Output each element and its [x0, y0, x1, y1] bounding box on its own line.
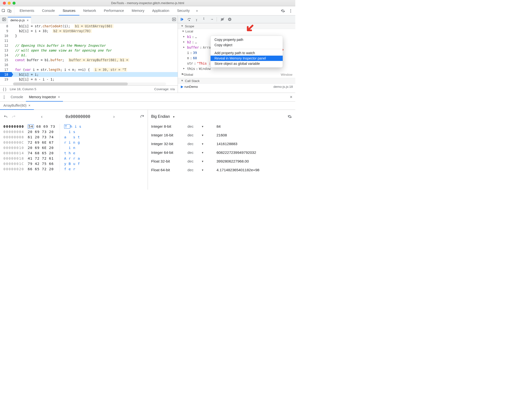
more-menu-icon[interactable]	[289, 9, 293, 13]
horizontal-scrollbar[interactable]	[13, 82, 166, 85]
svg-point-18	[228, 18, 231, 21]
source-file-tab[interactable]: demo-js.js ×	[8, 17, 31, 23]
memory-hex-grid[interactable]: 0000000054 68 69 73This0000000420 69 73 …	[3, 124, 144, 172]
drawer-tab-memory-inspector[interactable]: Memory Inspector ×	[26, 93, 63, 102]
history-back-icon[interactable]	[3, 114, 8, 119]
cursor-position: Line 18, Column 5	[10, 87, 36, 91]
step-over-icon[interactable]	[187, 17, 191, 22]
value-result: 84	[217, 124, 292, 129]
run-snippet-icon[interactable]	[172, 17, 176, 22]
scope-global-label[interactable]: Global	[184, 73, 193, 76]
drawer-tab-console[interactable]: Console	[8, 93, 26, 102]
tab-console[interactable]: Console	[38, 6, 59, 15]
svg-point-3	[290, 9, 291, 10]
history-forward-icon[interactable]	[12, 114, 16, 119]
close-window-button[interactable]	[3, 2, 6, 5]
ctx-add-watch[interactable]: Add property path to watch	[211, 50, 283, 56]
memory-hex-panel: ‹ 0x00000000 › 0000000054 68 69 73This00…	[0, 110, 148, 190]
close-icon[interactable]: ×	[58, 95, 60, 99]
tabs-overflow-button[interactable]: »	[194, 6, 200, 15]
drawer-more-icon[interactable]	[2, 95, 6, 99]
value-type-label: Integer 8-bit	[151, 124, 188, 129]
tab-application[interactable]: Application	[148, 6, 173, 15]
memory-inspector-tabs: ArrayBuffer(60) ×	[0, 102, 295, 110]
ctx-copy-object[interactable]: Copy object	[211, 42, 283, 48]
chevron-down-icon: ▾	[173, 115, 175, 119]
value-format-select[interactable]: dec▾	[188, 168, 217, 172]
code-line[interactable]: 9 b2[i] = i + 33; b2 = Uint8Array(70)	[0, 29, 178, 33]
refresh-icon[interactable]	[140, 114, 144, 119]
tab-network[interactable]: Network	[79, 6, 100, 15]
drawer-close-button[interactable]: ×	[287, 93, 295, 101]
prev-page-button[interactable]: ‹	[41, 114, 43, 119]
code-line[interactable]: 13 // will open the same view as for ope…	[0, 48, 178, 53]
code-line[interactable]: 19 b2[i] = n - i - 1;	[0, 77, 178, 82]
devtools-tabbar: Elements Console Sources Network Perform…	[0, 6, 295, 15]
settings-gear-icon[interactable]	[281, 9, 285, 13]
value-format-select[interactable]: dec▾	[188, 124, 217, 129]
step-icon[interactable]	[209, 17, 213, 22]
value-type-label: Float 32-bit	[151, 159, 188, 163]
window-title: DevTools - memory-inspector.glitch.me/de…	[0, 1, 295, 5]
value-type-label: Integer 64-bit	[151, 150, 188, 155]
endian-select[interactable]: Big Endian ▾	[151, 114, 175, 119]
code-editor[interactable]: 8 b1[i] = str.charCodeAt(i); b1 = Uint8A…	[0, 23, 178, 82]
code-line[interactable]: 8 b1[i] = str.charCodeAt(i); b1 = Uint8A…	[0, 24, 178, 29]
svg-marker-12	[182, 18, 184, 21]
tab-performance[interactable]: Performance	[100, 6, 128, 15]
ctx-store-global[interactable]: Store object as global variable	[211, 61, 283, 66]
value-type-label: Float 64-bit	[151, 168, 188, 172]
value-result: 4.171482365401182e+98	[217, 168, 292, 172]
value-format-select[interactable]: dec▾	[188, 159, 217, 163]
value-result: 21608	[217, 133, 292, 137]
step-into-icon[interactable]	[194, 17, 199, 22]
scope-section-header[interactable]: ▼Scope	[178, 23, 295, 29]
value-result: 3992806227968.00	[217, 159, 292, 163]
code-line[interactable]: 11	[0, 38, 178, 43]
value-format-select[interactable]: dec▾	[188, 142, 217, 146]
step-out-icon[interactable]	[202, 17, 206, 22]
tab-elements[interactable]: Elements	[16, 6, 38, 15]
value-type-label: Integer 32-bit	[151, 142, 188, 146]
device-toolbar-icon[interactable]	[7, 9, 12, 13]
callstack-frame[interactable]: ▶ runDemo demo-js.js:18	[178, 84, 295, 89]
navigator-toggle-icon[interactable]	[2, 17, 6, 22]
inspect-element-icon[interactable]	[1, 9, 6, 13]
close-icon[interactable]: ×	[28, 104, 30, 107]
tab-sources[interactable]: Sources	[59, 6, 79, 15]
minimize-window-button[interactable]	[8, 2, 11, 5]
scope-local-label: Local	[185, 30, 193, 33]
tab-memory[interactable]: Memory	[128, 6, 148, 15]
svg-point-16	[212, 19, 213, 20]
source-file-name: demo-js.js	[10, 18, 25, 22]
code-line[interactable]: 17 for (var i = str.length; i < n; ++i) …	[0, 67, 178, 72]
callstack-section-header[interactable]: ▼Call Stack	[178, 78, 295, 84]
code-line[interactable]: 15 const buffer = b1.buffer; buffer = Ar…	[0, 58, 178, 62]
svg-point-14	[196, 20, 197, 21]
ctx-copy-property-path[interactable]: Copy property path	[211, 37, 283, 42]
maximize-window-button[interactable]	[13, 2, 15, 5]
svg-point-23	[4, 98, 5, 99]
source-panel: demo-js.js × 8 b1[i] = str.charCodeAt(i)…	[0, 15, 178, 93]
svg-point-5	[290, 12, 291, 12]
pretty-print-icon[interactable]: { }	[3, 87, 6, 91]
memory-address-input[interactable]: 0x00000000	[46, 113, 109, 120]
value-format-select[interactable]: dec▾	[188, 133, 217, 137]
value-settings-icon[interactable]	[288, 114, 292, 119]
ctx-reveal-memory-inspector[interactable]: Reveal in Memory Inspector panel	[211, 56, 283, 61]
code-line[interactable]: 18 b1[i] = i;	[0, 72, 178, 77]
value-format-select[interactable]: dec▾	[188, 150, 217, 155]
next-page-button[interactable]: ›	[113, 114, 115, 119]
pause-on-exceptions-icon[interactable]	[228, 17, 232, 22]
memory-buffer-tab[interactable]: ArrayBuffer(60) ×	[0, 102, 34, 110]
code-line[interactable]: 10 }	[0, 33, 178, 38]
code-line[interactable]: 14 // b1.	[0, 53, 178, 58]
svg-point-15	[204, 17, 204, 18]
svg-rect-1	[8, 9, 10, 12]
close-icon[interactable]: ×	[27, 18, 29, 22]
tab-security[interactable]: Security	[173, 6, 193, 15]
code-line[interactable]: 12 // Opening this buffer in the Memory …	[0, 43, 178, 48]
code-line[interactable]: 16	[0, 62, 178, 67]
resume-icon[interactable]	[180, 17, 184, 22]
deactivate-breakpoints-icon[interactable]	[220, 17, 225, 22]
